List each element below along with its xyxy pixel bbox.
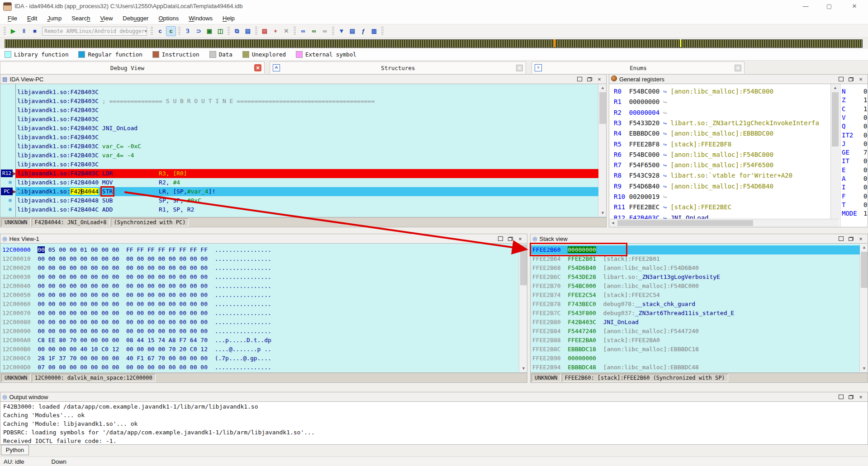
stack-row[interactable]: FFEE2B7C F543F800 debug037:_ZN3art6Threa… xyxy=(531,309,734,318)
disasm-line[interactable]: libjavandk1.so:F42B4040 MOV R2, #4 xyxy=(15,178,598,187)
disasm-line[interactable]: libjavandk1.so:F42B403C LDR R3, [R0] xyxy=(15,169,598,178)
flag-row[interactable]: J0 xyxy=(842,140,867,148)
flag-row[interactable]: V0 xyxy=(842,113,867,122)
disasm-vscrollbar[interactable]: ▲ ▼ xyxy=(598,84,607,217)
tab-debug-view[interactable]: Debug View✕ xyxy=(0,61,265,74)
register-row[interactable]: R7 F54F6500 ↪ [anon:libc_malloc]:F54F650… xyxy=(614,160,773,170)
register-row[interactable]: R5 FFEE2BF8 ↪ [stack]:FFEE2BF8 xyxy=(614,140,731,149)
stack-row[interactable]: FFEE2B68 F54D6B40 [anon:libc_malloc]:F54… xyxy=(531,264,699,273)
register-row[interactable]: R0 F54BC000 ↪ [anon:libc_malloc]:F54BC00… xyxy=(614,87,773,96)
scroll-thumb[interactable] xyxy=(617,220,753,226)
scroll-thumb[interactable] xyxy=(832,92,839,146)
delete-breakpoint-icon[interactable]: ✕ xyxy=(281,26,291,36)
scroll-left-icon[interactable]: ◄ xyxy=(609,219,617,227)
hex-row[interactable]: 12C00050 00 00 00 00 00 00 00 00 00 00 0… xyxy=(1,291,271,300)
hex-view[interactable]: ▼ 12C00000 00 05 00 00 01 00 00 00 FF FF… xyxy=(0,244,527,373)
registers-titlebar[interactable]: General registers × xyxy=(609,74,868,84)
output-line[interactable]: Caching 'Module: libjavandk1.so'... ok xyxy=(3,419,138,428)
scroll-down-icon[interactable]: ▼ xyxy=(860,365,868,372)
menu-options[interactable]: Options xyxy=(153,15,184,22)
hex-row[interactable]: 12C00020 00 00 00 00 00 00 00 00 00 00 0… xyxy=(1,264,271,273)
flag-row[interactable]: F0 xyxy=(842,192,867,201)
registers-hscrollbar[interactable]: ◄ xyxy=(609,219,839,227)
hex-row[interactable]: 12C000B0 00 00 00 00 40 10 C0 12 00 00 0… xyxy=(1,345,271,354)
add-breakpoint-icon[interactable]: + xyxy=(270,26,280,36)
hex-row[interactable]: 12C00090 00 00 00 00 00 00 00 00 00 00 0… xyxy=(1,327,271,336)
flag-row[interactable]: Q0 xyxy=(842,122,867,131)
disasm-line[interactable]: libjavandk1.so:F42B403C xyxy=(15,133,598,142)
stop-process-icon[interactable]: ■ xyxy=(30,26,40,36)
menu-help[interactable]: Help xyxy=(218,15,240,22)
menu-windows[interactable]: Windows xyxy=(184,15,218,22)
stack-row[interactable]: FFEE2B88 FFEE2BA0 [stack]:FFEE2BA0 xyxy=(531,336,660,345)
register-row[interactable]: R4 EBBBDC00 ↪ [anon:libc_malloc]:EBBBDC0… xyxy=(614,129,773,138)
registers-maximize-icon[interactable] xyxy=(836,75,846,83)
flag-row[interactable]: N0 xyxy=(842,87,867,96)
add-watch-icon[interactable]: ∞ xyxy=(309,26,319,36)
maximize-button[interactable]: ▢ xyxy=(819,0,840,13)
ida-view-close-icon[interactable]: × xyxy=(594,75,604,83)
registers-view[interactable]: ▲ ◄ N0Z1C1V0Q0IT20J0GE7IT0E0A0I0F0T0MODE… xyxy=(609,84,868,227)
disasm-line[interactable]: libjavandk1.so:F42B403C xyxy=(15,115,598,124)
step-into-icon[interactable]: Ɜ xyxy=(183,26,193,36)
run-until-return-icon[interactable]: ▣ xyxy=(204,26,214,36)
disasm-line[interactable]: libjavandk1.so:F42B403C var_4= -4 xyxy=(15,151,598,160)
stack-row[interactable]: FFEE2B8C EBBBDC18 [anon:libc_malloc]:EBB… xyxy=(531,345,699,354)
stack-row[interactable]: FFEE2B80 F42B403C JNI_OnLoad xyxy=(531,318,639,327)
stack-row[interactable]: FFEE2B94 EBBBDC48 [anon:libc_malloc]:EBB… xyxy=(531,363,699,372)
jump-stack-icon[interactable]: ▼ xyxy=(337,26,346,36)
register-row[interactable]: R1 00000000 ↪ xyxy=(614,97,670,107)
output-float-icon[interactable] xyxy=(846,393,856,400)
hex-row[interactable]: 12C00060 00 00 00 00 00 00 00 00 00 00 0… xyxy=(1,300,271,309)
open-subviews-icon[interactable]: ⧉ xyxy=(232,26,242,36)
flag-row[interactable]: IT20 xyxy=(842,131,867,140)
step-over-icon[interactable]: ⊃ xyxy=(194,26,204,36)
disasm-line[interactable]: libjavandk1.so:F42B404C ADD R1, SP, R2 xyxy=(15,205,598,214)
register-row[interactable]: R9 F54D6B40 ↪ [anon:libc_malloc]:F54D6B4… xyxy=(614,182,773,191)
output-titlebar[interactable]: ◎ Output window × xyxy=(0,392,868,402)
pause-process-icon[interactable]: ‖ xyxy=(19,26,29,36)
output-close-icon[interactable]: × xyxy=(856,393,866,400)
hexview-titlebar[interactable]: ◎ Hex View-1 × xyxy=(0,234,527,244)
stack-row[interactable]: FFEE2B84 F5447240 [anon:libc_malloc]:F54… xyxy=(531,327,699,336)
stack-row[interactable]: FFEE2B74 FFEE2C54 [stack]:FFEE2C54 xyxy=(531,291,660,300)
flag-row[interactable]: Z1 xyxy=(842,96,867,104)
ida-view-maximize-icon[interactable] xyxy=(574,75,584,83)
stack-row[interactable]: FFEE2B90 00000000 xyxy=(531,354,603,363)
register-row[interactable]: R10 00200019 ↪ xyxy=(614,192,670,202)
hex-row[interactable]: 12C000C0 28 1F 37 70 00 00 00 00 40 F1 6… xyxy=(1,354,271,363)
hex-row[interactable]: 12C00010 00 00 00 00 00 00 00 00 00 00 0… xyxy=(1,254,271,264)
hexview-close-icon[interactable]: × xyxy=(515,235,525,242)
stackview-close-icon[interactable]: × xyxy=(856,235,866,242)
registers-float-icon[interactable] xyxy=(846,75,856,83)
flag-row[interactable]: I0 xyxy=(842,183,867,192)
debugger-combo[interactable]: Remote ARMLinux/Android debugger▼ xyxy=(42,27,147,36)
disasm-line[interactable]: libjavandk1.so:F42B403C var_C= -0xC xyxy=(15,142,598,151)
scroll-thumb[interactable] xyxy=(599,92,606,124)
flag-row[interactable]: E0 xyxy=(842,166,867,174)
tab-close-icon[interactable]: ✕ xyxy=(735,65,741,71)
hex-vscrollbar[interactable]: ▼ xyxy=(519,244,527,372)
output-line[interactable]: Caching 'Modules'... ok xyxy=(3,411,85,419)
python-button[interactable]: Python xyxy=(1,445,29,455)
output-line[interactable]: PDBSRC: loading symbols for '/data/app/c… xyxy=(3,428,315,437)
refresh-memory-icon[interactable]: ▥ xyxy=(369,26,379,36)
stack-vscrollbar[interactable]: ▲ ▼ xyxy=(859,244,868,372)
menu-view[interactable]: View xyxy=(95,15,118,22)
output-line[interactable]: F42B3000: loaded /data/app/com.example.j… xyxy=(3,402,258,411)
tab-close-icon[interactable]: ✕ xyxy=(516,65,523,71)
stack-view[interactable]: ▲ ▼ FFEE2B60 00000000 FFEE2B64 FFEE2B01 … xyxy=(530,244,868,373)
menu-file[interactable]: File xyxy=(3,15,22,22)
tab-close-icon[interactable]: ✕ xyxy=(254,64,261,71)
breakpoint-list-icon[interactable]: ▤ xyxy=(260,26,270,36)
disasm-line[interactable]: libjavandk1.so:F42B403C JNI_OnLoad xyxy=(15,124,598,133)
hex-row[interactable]: 12C000D0 07 00 00 00 00 00 00 00 00 00 0… xyxy=(1,363,271,372)
output-log[interactable]: F42B3000: loaded /data/app/com.example.j… xyxy=(0,402,868,445)
run-trace-icon[interactable]: c xyxy=(166,26,176,36)
flag-row[interactable]: C1 xyxy=(842,105,867,113)
trace-window-icon[interactable]: c xyxy=(155,26,165,36)
stackview-maximize-icon[interactable] xyxy=(836,235,846,242)
scroll-down-icon[interactable]: ▼ xyxy=(598,209,607,217)
disasm-line[interactable]: libjavandk1.so:F42B403C ; ==============… xyxy=(15,97,598,106)
scroll-up-icon[interactable]: ▲ xyxy=(598,84,607,91)
